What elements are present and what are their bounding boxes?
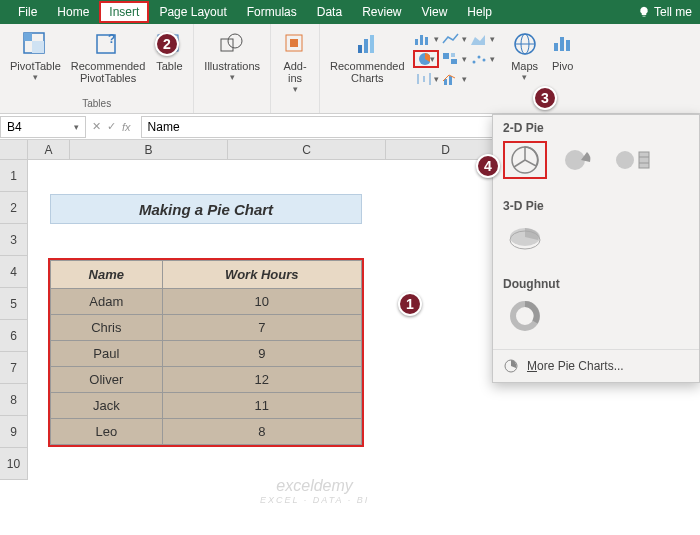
group-illustrations: Illustrations▾ xyxy=(194,24,271,113)
area-chart-button[interactable]: ▾ xyxy=(469,30,495,48)
cell[interactable]: 10 xyxy=(162,289,361,315)
callout-4: 4 xyxy=(476,154,500,178)
svg-point-10 xyxy=(228,34,242,48)
cell[interactable]: Adam xyxy=(51,289,163,315)
tab-view[interactable]: View xyxy=(412,1,458,23)
hierarchy-chart-button[interactable]: ▾ xyxy=(441,50,467,68)
rec-charts-button[interactable]: Recommended Charts xyxy=(326,28,409,86)
svg-point-25 xyxy=(482,59,485,62)
combo-chart-button[interactable]: ▾ xyxy=(441,70,467,88)
callout-2: 2 xyxy=(155,32,179,56)
tell-me[interactable]: Tell me xyxy=(638,5,692,19)
maps-button[interactable]: Maps▾ xyxy=(507,28,543,84)
header-hours[interactable]: Work Hours xyxy=(162,261,361,289)
section-doughnut: Doughnut xyxy=(503,277,689,291)
pivottable-icon xyxy=(22,31,48,57)
cell[interactable]: Paul xyxy=(51,341,163,367)
lightbulb-icon xyxy=(638,6,650,18)
tab-formulas[interactable]: Formulas xyxy=(237,1,307,23)
row-5[interactable]: 5 xyxy=(0,288,28,320)
svg-rect-13 xyxy=(358,45,362,53)
name-box[interactable]: B4▾ xyxy=(0,116,86,138)
svg-rect-15 xyxy=(370,35,374,53)
pie-exploded-option[interactable] xyxy=(557,141,601,179)
row-6[interactable]: 6 xyxy=(0,320,28,352)
tab-file[interactable]: File xyxy=(8,1,47,23)
watermark: exceldemy EXCEL · DATA · BI xyxy=(260,477,369,505)
select-all-cell[interactable] xyxy=(0,140,28,159)
globe-icon xyxy=(512,31,538,57)
cell[interactable]: 8 xyxy=(162,419,361,445)
svg-rect-34 xyxy=(554,43,558,51)
tab-insert[interactable]: Insert xyxy=(99,1,149,23)
row-1[interactable]: 1 xyxy=(0,160,28,192)
cell[interactable]: Leo xyxy=(51,419,163,445)
pie-2d-option[interactable] xyxy=(503,141,547,179)
addins-button[interactable]: Add- ins▾ xyxy=(277,28,313,96)
cell[interactable]: 9 xyxy=(162,341,361,367)
section-2d-pie: 2-D Pie xyxy=(503,121,689,135)
svg-point-40 xyxy=(616,151,634,169)
rec-pivottables-button[interactable]: ? Recommended PivotTables xyxy=(67,28,150,86)
tab-page-layout[interactable]: Page Layout xyxy=(149,1,236,23)
cell[interactable]: Oliver xyxy=(51,367,163,393)
row-2[interactable]: 2 xyxy=(0,192,28,224)
svg-rect-36 xyxy=(566,40,570,51)
row-8[interactable]: 8 xyxy=(0,384,28,416)
menu-tabs: File Home Insert Page Layout Formulas Da… xyxy=(0,0,700,24)
rec-charts-icon xyxy=(354,31,380,57)
shapes-icon xyxy=(219,31,245,57)
cell[interactable]: Chris xyxy=(51,315,163,341)
svg-rect-18 xyxy=(425,37,428,45)
pie-bar-option[interactable] xyxy=(611,141,655,179)
pivotchart-icon xyxy=(550,31,576,57)
row-9[interactable]: 9 xyxy=(0,416,28,448)
row-3[interactable]: 3 xyxy=(0,224,28,256)
pie-chart-button[interactable]: ▾ xyxy=(413,50,439,68)
tab-home[interactable]: Home xyxy=(47,1,99,23)
cell[interactable]: 11 xyxy=(162,393,361,419)
illustrations-button[interactable]: Illustrations▾ xyxy=(200,28,264,84)
pie-chart-dropdown: 2-D Pie 3-D Pie Doughnut MMore Pie Chart… xyxy=(492,114,700,383)
tab-data[interactable]: Data xyxy=(307,1,352,23)
line-chart-button[interactable]: ▾ xyxy=(441,30,467,48)
tab-help[interactable]: Help xyxy=(457,1,502,23)
header-name[interactable]: Name xyxy=(51,261,163,289)
more-pie-charts[interactable]: MMore Pie Charts...ore Pie Charts... xyxy=(493,349,699,382)
pie-3d-option[interactable] xyxy=(503,219,547,257)
title-cell[interactable]: Making a Pie Chart xyxy=(50,194,362,224)
fx-icon[interactable]: fx xyxy=(122,121,131,133)
callout-3: 3 xyxy=(533,86,557,110)
bar-chart-button[interactable]: ▾ xyxy=(413,30,439,48)
cell[interactable]: Jack xyxy=(51,393,163,419)
cancel-icon[interactable]: ✕ xyxy=(92,120,101,133)
col-A[interactable]: A xyxy=(28,140,70,159)
svg-rect-12 xyxy=(290,39,298,47)
callout-1: 1 xyxy=(398,292,422,316)
cell[interactable]: 12 xyxy=(162,367,361,393)
group-label-tables: Tables xyxy=(82,96,111,109)
pivottable-button[interactable]: PivotTable▾ xyxy=(6,28,65,84)
enter-icon[interactable]: ✓ xyxy=(107,120,116,133)
svg-rect-22 xyxy=(451,59,457,64)
row-4[interactable]: 4 xyxy=(0,256,28,288)
stock-chart-button[interactable]: ▾ xyxy=(413,70,439,88)
doughnut-option[interactable] xyxy=(503,297,547,335)
row-10[interactable]: 10 xyxy=(0,448,28,480)
svg-rect-20 xyxy=(443,53,449,59)
svg-rect-9 xyxy=(221,39,233,51)
col-B[interactable]: B xyxy=(70,140,228,159)
data-table[interactable]: NameWork Hours Adam10 Chris7 Paul9 Olive… xyxy=(48,258,364,447)
svg-rect-2 xyxy=(32,41,44,53)
svg-rect-1 xyxy=(24,33,32,41)
cell[interactable]: 7 xyxy=(162,315,361,341)
tab-review[interactable]: Review xyxy=(352,1,411,23)
col-C[interactable]: C xyxy=(228,140,386,159)
pivotchart-button[interactable]: Pivo xyxy=(545,28,581,74)
group-addins: Add- ins▾ xyxy=(271,24,320,113)
pie-icon xyxy=(503,358,519,374)
row-7[interactable]: 7 xyxy=(0,352,28,384)
scatter-chart-button[interactable]: ▾ xyxy=(469,50,495,68)
svg-rect-30 xyxy=(449,76,452,85)
svg-rect-21 xyxy=(451,53,455,57)
